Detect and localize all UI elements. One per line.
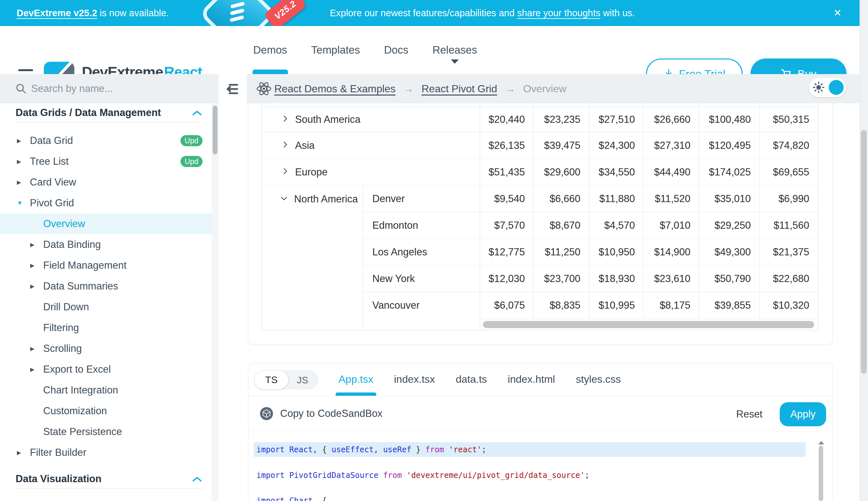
sidebar-item-overview[interactable]: Overview [0,213,212,234]
pivot-value-cell: $50,315 [759,107,818,132]
banner-version-text: DevExtreme v25.2 is now available. [17,0,169,26]
pivot-value-cell: $49,300 [699,239,759,265]
nav-demos[interactable]: Demos [253,26,287,74]
sidebar-item-chart-integration[interactable]: Chart Integration [0,380,212,401]
sidebar-section-data-grids-data-management[interactable]: Data Grids / Data Management [0,103,212,122]
sidebar-item-data-grid[interactable]: ▶Data GridUpd [0,130,212,151]
arrow-slot [30,324,43,331]
banner-version-link[interactable]: DevExtreme v25.2 [17,8,97,18]
sidebar-item-tree-list[interactable]: ▶Tree ListUpd [0,151,212,172]
nav-docs[interactable]: Docs [384,26,408,74]
sidebar-section-data-visualization[interactable]: Data Visualization [0,469,212,488]
pivot-value-cell: $100,480 [699,107,759,132]
tab-data-ts[interactable]: data.ts [456,363,487,396]
chevron-up-icon [192,473,202,485]
pivot-city-label: New York [363,265,480,292]
sidebar-item-data-binding[interactable]: ▶Data Binding [0,234,212,255]
sidebar-item-card-view[interactable]: ▶Card View [0,172,212,193]
sidebar-item-export-to-excel[interactable]: ▶Export to Excel [0,359,212,380]
pivot-value-cell: $50,790 [699,265,759,292]
close-icon[interactable]: ✕ [827,0,848,26]
sidebar-item-filtering[interactable]: Filtering [0,318,212,338]
sidebar-menu: Data Grids / Data Management▶Data GridUp… [0,103,212,489]
pivot-value-cell: $23,610 [644,265,699,292]
pivot-value-cell: $27,510 [589,107,644,132]
arrow-slot [30,304,43,310]
breadcrumb-separator-icon: → [403,83,414,95]
pivot-value-cell: $35,010 [699,185,759,212]
sidebar-item-state-persistence[interactable]: State Persistence [0,422,212,442]
reset-button[interactable]: Reset [736,407,762,422]
code-token [285,445,289,454]
sidebar-search-input[interactable]: Search by name... [0,74,218,103]
pivot-value-cell: $12,030 [480,265,533,292]
copy-to-codesandbox-button[interactable]: Copy to CodeSandBox [260,407,382,420]
share-thoughts-link[interactable]: share your thoughts [517,8,600,18]
language-toggle[interactable]: TS JS [254,370,318,389]
breadcrumb-item[interactable]: React Demos & Examples [274,83,395,95]
codesandbox-divider [248,432,833,432]
tab-styles-css[interactable]: styles.css [576,363,621,396]
sidebar-scrollbar-thumb[interactable] [213,106,218,154]
page-scrollbar-thumb[interactable] [861,130,867,374]
sidebar-item-field-management[interactable]: ▶Field Management [0,255,212,276]
nav-templates[interactable]: Templates [311,26,360,74]
pivot-value-cell: $14,900 [644,239,699,265]
tab-index-tsx[interactable]: index.tsx [394,363,435,396]
tab-index-html[interactable]: index.html [508,363,555,396]
code-line: import Chart, { [254,493,327,501]
sidebar-item-data-summaries[interactable]: ▶Data Summaries [0,276,212,297]
code-token: import [256,496,285,501]
pivot-value-cell: $26,135 [480,132,533,159]
sidebar-item-customization[interactable]: Customization [0,401,212,422]
pivot-value-cell: $11,250 [533,239,589,265]
sidebar-item-label: Chart Integration [43,384,118,396]
react-icon [256,81,272,97]
sidebar-item-label: Data Grid [30,135,73,147]
theme-toggle-knob[interactable] [829,80,844,95]
code-line: import PivotGridDataSource from 'devextr… [254,468,590,482]
theme-toggle[interactable] [809,78,846,97]
tab-app-tsx[interactable]: App.tsx [339,363,373,396]
sidebar-item-label: Data Summaries [43,280,118,292]
sidebar-gap [0,463,212,469]
collapse-sidebar-button[interactable] [218,74,247,103]
pivot-region-collapser[interactable]: North America [262,185,363,330]
sidebar-item-filter-builder[interactable]: ▶Filter Builder [0,442,212,463]
main-header: JS DevExtreme by DevExpress React DemosT… [0,26,868,74]
code-token: import [256,445,285,454]
language-ts-option[interactable]: TS [254,370,288,389]
pivot-value-cell: $12,775 [480,239,533,265]
code-scrollbar-thumb[interactable] [818,446,823,501]
sidebar-item-scrolling[interactable]: ▶Scrolling [0,338,212,359]
sidebar-item-pivot-grid[interactable]: ▼Pivot Grid [0,193,212,213]
pivot-hscrollbar-thumb[interactable] [483,321,814,328]
code-token: } [411,445,425,454]
arrow-slot [30,221,43,227]
pivot-city-label: Edmonton [363,212,480,238]
pivot-city-label: Los Angeles [363,239,480,265]
apply-button[interactable]: Apply [780,402,826,426]
pivot-value-cell: $69,655 [759,159,818,185]
sidebar-scrollbar[interactable] [212,103,218,501]
sidebar-item-label: Filtering [43,322,79,334]
updated-badge: Upd [180,135,202,146]
pivot-region-expander[interactable]: Asia [262,132,480,159]
pivot-clipped-cell [644,103,699,107]
pivot-value-cell: $7,010 [644,212,699,238]
code-scrollbar-up-icon[interactable] [818,438,824,445]
language-js-option[interactable]: JS [287,371,318,390]
codesandbox-icon [260,407,273,420]
pivot-hscrollbar[interactable] [480,319,818,330]
banner-message: Explore our newest features/capabilities… [330,0,635,26]
sidebar-item-drill-down[interactable]: Drill Down [0,297,212,318]
nav-dropdown-caret-icon [451,60,459,67]
sidebar-item-label: State Persistence [43,426,122,438]
breadcrumb-item[interactable]: React Pivot Grid [421,83,497,95]
pivot-value-cell: $39,855 [699,292,759,319]
pivot-region-expander[interactable]: South America [262,107,480,132]
pivot-row: New York$12,030$23,700$18,930$23,610$50,… [363,265,818,292]
sidebar-item-label: Drill Down [43,301,89,313]
pivot-region-expander[interactable]: Europe [262,159,480,185]
nav-releases[interactable]: Releases [432,26,477,74]
